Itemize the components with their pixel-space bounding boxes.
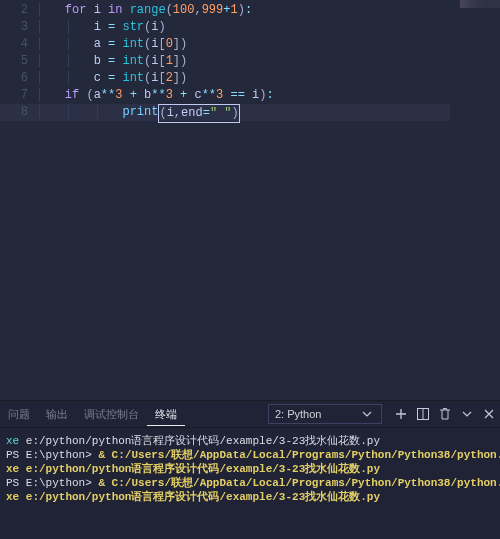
code-token: in: [108, 2, 130, 19]
code-token: =: [203, 106, 210, 120]
code-token: 0: [166, 36, 173, 53]
tab-terminal[interactable]: 终端: [147, 407, 185, 426]
code-token: (: [159, 106, 166, 120]
terminal-text: PS E:\python>: [6, 449, 98, 461]
code-line[interactable]: │ for i in range(100,999+1):: [36, 2, 500, 19]
tab-output[interactable]: 输出: [38, 407, 76, 422]
code-token: :: [245, 2, 252, 19]
code-token: (: [144, 53, 151, 70]
code-token: print: [122, 104, 158, 123]
code-token: ]: [173, 53, 180, 70]
code-token: ,: [194, 2, 201, 19]
panel-tabs: 问题 输出 调试控制台 终端 2: Python: [0, 400, 500, 428]
new-terminal-icon[interactable]: [393, 406, 409, 422]
code-token: end: [181, 106, 203, 120]
code-token: ): [180, 53, 187, 70]
code-token: int: [122, 36, 144, 53]
code-line[interactable]: │ │ a = int(i[0]): [36, 36, 500, 53]
line-number: 8: [0, 104, 28, 121]
code-token: **: [202, 87, 216, 104]
indent-guide: │: [36, 104, 65, 123]
code-token: i: [94, 19, 108, 36]
code-token: b: [144, 87, 151, 104]
indent-guide: │: [36, 19, 65, 36]
line-number: 5: [0, 53, 28, 70]
code-token: 1: [166, 53, 173, 70]
code-token: (: [144, 19, 151, 36]
code-token: (: [166, 2, 173, 19]
terminal[interactable]: xe e:/python/python语言程序设计代码/example/3-23…: [0, 428, 500, 539]
code-token: =: [108, 19, 122, 36]
code-token: range: [130, 2, 166, 19]
code-token: for: [65, 2, 94, 19]
code-token: i: [151, 19, 158, 36]
code-token: ): [231, 106, 238, 120]
terminal-text: e:/python/python语言程序设计代码/example/3-23找水仙…: [26, 435, 380, 447]
indent-guide: │: [65, 70, 94, 87]
code-token: ,: [174, 106, 181, 120]
terminal-line: xe e:/python/python语言程序设计代码/example/3-23…: [6, 490, 498, 504]
code-token: c: [94, 70, 108, 87]
terminal-text: e:/python/python语言程序设计代码/example/3-23找水仙…: [26, 463, 380, 475]
code-token: +: [180, 87, 194, 104]
code-token: ): [238, 2, 245, 19]
code-token: 1: [230, 2, 237, 19]
code-area[interactable]: │ for i in range(100,999+1):│ │ i = str(…: [34, 0, 500, 400]
tab-problems[interactable]: 问题: [0, 407, 38, 422]
code-line[interactable]: │ │ │ print(i,end=" "): [36, 104, 500, 123]
bracket-match-box: (i,end=" "): [158, 104, 239, 123]
code-token: int: [122, 70, 144, 87]
code-token: i: [252, 87, 259, 104]
code-token: b: [94, 53, 108, 70]
indent-guide: │: [36, 87, 65, 104]
indent-guide: │: [36, 53, 65, 70]
split-terminal-icon[interactable]: [415, 406, 431, 422]
code-token: i: [151, 70, 158, 87]
editor-pane: 2345678 │ for i in range(100,999+1):│ │ …: [0, 0, 500, 400]
code-token: " ": [210, 106, 232, 120]
terminal-line: PS E:\python> & C:/Users/联想/AppData/Loca…: [6, 476, 498, 490]
code-token: ): [259, 87, 266, 104]
code-line[interactable]: │ │ i = str(i): [36, 19, 500, 36]
line-number: 3: [0, 19, 28, 36]
terminal-line: xe e:/python/python语言程序设计代码/example/3-23…: [6, 434, 498, 448]
chevron-down-icon: [359, 406, 375, 422]
code-token: 999: [202, 2, 224, 19]
terminal-text: PS E:\python>: [6, 477, 98, 489]
code-token: int: [122, 53, 144, 70]
code-token: :: [267, 87, 274, 104]
terminal-text: & C:/Users/联想/AppData/Local/Programs/Pyt…: [98, 449, 500, 461]
code-token: if: [65, 87, 87, 104]
code-token: 100: [173, 2, 195, 19]
code-token: i: [151, 36, 158, 53]
code-line[interactable]: │ if (a**3 + b**3 + c**3 == i):: [36, 87, 500, 104]
code-token: a: [94, 87, 101, 104]
code-token: (: [144, 70, 151, 87]
code-token: ): [180, 70, 187, 87]
trash-icon[interactable]: [437, 406, 453, 422]
code-token: ): [180, 36, 187, 53]
terminal-selector-label: 2: Python: [275, 408, 321, 420]
code-token: [: [158, 70, 165, 87]
code-token: i: [151, 53, 158, 70]
code-line[interactable]: │ │ c = int(i[2]): [36, 70, 500, 87]
chevron-down-panel-icon[interactable]: [459, 406, 475, 422]
tab-debug[interactable]: 调试控制台: [76, 407, 147, 422]
line-number-gutter: 2345678: [0, 0, 34, 400]
code-token: =: [108, 36, 122, 53]
terminal-text: e:/python/python语言程序设计代码/example/3-23找水仙…: [26, 491, 380, 503]
code-line[interactable]: │ │ b = int(i[1]): [36, 53, 500, 70]
code-token: ==: [230, 87, 252, 104]
indent-guide: │: [65, 36, 94, 53]
code-token: [: [158, 53, 165, 70]
close-panel-icon[interactable]: [481, 406, 497, 422]
code-token: ]: [173, 70, 180, 87]
terminal-selector[interactable]: 2: Python: [268, 404, 382, 424]
code-token: [: [158, 36, 165, 53]
code-token: =: [108, 70, 122, 87]
indent-guide: │: [94, 104, 123, 123]
code-token: **: [151, 87, 165, 104]
code-token: 3: [166, 87, 180, 104]
terminal-text: & C:/Users/联想/AppData/Local/Programs/Pyt…: [98, 477, 500, 489]
code-token: (: [144, 36, 151, 53]
